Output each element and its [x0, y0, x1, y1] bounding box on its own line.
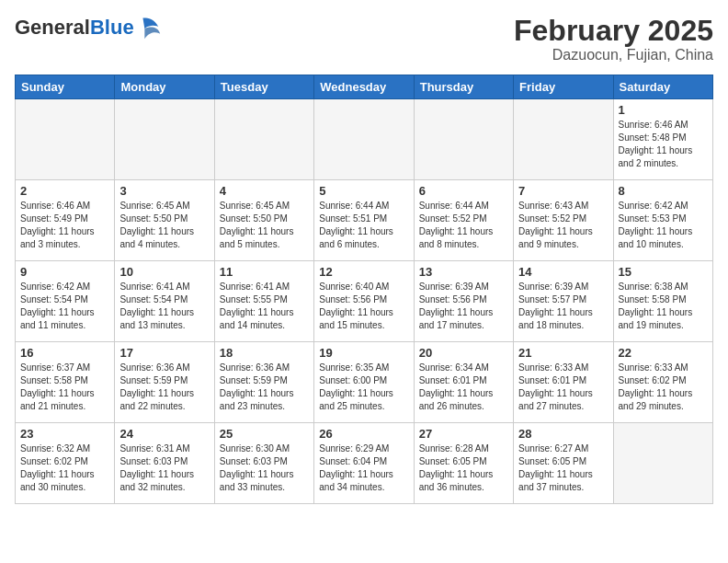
day-info: Sunrise: 6:36 AM Sunset: 5:59 PM Dayligh…: [220, 362, 309, 413]
calendar-cell: 17Sunrise: 6:36 AM Sunset: 5:59 PM Dayli…: [115, 342, 214, 423]
page-header: GeneralBlue February 2025 Dazuocun, Fuji…: [15, 15, 713, 63]
calendar-cell: [414, 99, 513, 180]
calendar-cell: 13Sunrise: 6:39 AM Sunset: 5:56 PM Dayli…: [414, 261, 513, 342]
day-info: Sunrise: 6:27 AM Sunset: 6:05 PM Dayligh…: [518, 442, 608, 494]
day-info: Sunrise: 6:46 AM Sunset: 5:49 PM Dayligh…: [20, 200, 109, 251]
calendar-cell: 25Sunrise: 6:30 AM Sunset: 6:03 PM Dayli…: [214, 423, 313, 504]
day-number: 8: [619, 184, 708, 198]
calendar-header-row: SundayMondayTuesdayWednesdayThursdayFrid…: [16, 75, 713, 99]
logo: GeneralBlue: [15, 15, 162, 40]
day-info: Sunrise: 6:38 AM Sunset: 5:58 PM Dayligh…: [619, 281, 708, 332]
day-info: Sunrise: 6:41 AM Sunset: 5:55 PM Dayligh…: [220, 281, 309, 332]
calendar-cell: [314, 99, 414, 180]
day-info: Sunrise: 6:30 AM Sunset: 6:03 PM Dayligh…: [220, 442, 309, 494]
calendar-cell: [115, 99, 214, 180]
day-number: 18: [220, 346, 309, 360]
day-number: 27: [419, 427, 508, 441]
week-row-5: 23Sunrise: 6:32 AM Sunset: 6:02 PM Dayli…: [16, 423, 713, 504]
logo-general-text: General: [15, 16, 90, 39]
calendar-cell: 24Sunrise: 6:31 AM Sunset: 6:03 PM Dayli…: [115, 423, 214, 504]
day-number: 20: [419, 346, 508, 360]
day-number: 17: [119, 346, 209, 360]
calendar-cell: 2Sunrise: 6:46 AM Sunset: 5:49 PM Daylig…: [16, 180, 115, 261]
day-number: 16: [20, 346, 109, 360]
day-info: Sunrise: 6:39 AM Sunset: 5:57 PM Dayligh…: [518, 281, 608, 332]
calendar-cell: 12Sunrise: 6:40 AM Sunset: 5:56 PM Dayli…: [314, 261, 414, 342]
day-number: 23: [20, 427, 109, 441]
day-number: 11: [220, 265, 309, 279]
day-number: 25: [220, 427, 309, 441]
calendar-cell: 3Sunrise: 6:45 AM Sunset: 5:50 PM Daylig…: [115, 180, 214, 261]
location-subtitle: Dazuocun, Fujian, China: [514, 47, 713, 63]
calendar-cell: [514, 99, 613, 180]
calendar-cell: 22Sunrise: 6:33 AM Sunset: 6:02 PM Dayli…: [613, 342, 712, 423]
col-header-saturday: Saturday: [613, 75, 712, 99]
col-header-sunday: Sunday: [16, 75, 115, 99]
calendar-cell: [613, 423, 712, 504]
col-header-monday: Monday: [115, 75, 214, 99]
day-info: Sunrise: 6:36 AM Sunset: 5:59 PM Dayligh…: [119, 362, 209, 413]
day-number: 2: [20, 184, 109, 198]
day-info: Sunrise: 6:35 AM Sunset: 6:00 PM Dayligh…: [319, 362, 408, 413]
day-info: Sunrise: 6:33 AM Sunset: 6:02 PM Dayligh…: [619, 362, 708, 413]
calendar-cell: 7Sunrise: 6:43 AM Sunset: 5:52 PM Daylig…: [514, 180, 613, 261]
month-title: February 2025: [514, 15, 713, 47]
day-info: Sunrise: 6:33 AM Sunset: 6:01 PM Dayligh…: [518, 362, 608, 413]
logo-blue-text: Blue: [90, 16, 134, 39]
day-number: 21: [518, 346, 608, 360]
day-info: Sunrise: 6:40 AM Sunset: 5:56 PM Dayligh…: [319, 281, 408, 332]
week-row-3: 9Sunrise: 6:42 AM Sunset: 5:54 PM Daylig…: [16, 261, 713, 342]
day-info: Sunrise: 6:31 AM Sunset: 6:03 PM Dayligh…: [119, 442, 209, 494]
col-header-friday: Friday: [514, 75, 613, 99]
day-info: Sunrise: 6:34 AM Sunset: 6:01 PM Dayligh…: [419, 362, 508, 413]
day-number: 5: [319, 184, 408, 198]
day-info: Sunrise: 6:44 AM Sunset: 5:52 PM Dayligh…: [419, 200, 508, 251]
day-number: 6: [419, 184, 508, 198]
week-row-1: 1Sunrise: 6:46 AM Sunset: 5:48 PM Daylig…: [16, 99, 713, 180]
calendar-cell: 5Sunrise: 6:44 AM Sunset: 5:51 PM Daylig…: [314, 180, 414, 261]
calendar-cell: 21Sunrise: 6:33 AM Sunset: 6:01 PM Dayli…: [514, 342, 613, 423]
day-info: Sunrise: 6:45 AM Sunset: 5:50 PM Dayligh…: [220, 200, 309, 251]
calendar-cell: 10Sunrise: 6:41 AM Sunset: 5:54 PM Dayli…: [115, 261, 214, 342]
calendar-cell: 27Sunrise: 6:28 AM Sunset: 6:05 PM Dayli…: [414, 423, 513, 504]
day-number: 3: [119, 184, 209, 198]
day-info: Sunrise: 6:28 AM Sunset: 6:05 PM Dayligh…: [419, 442, 508, 494]
calendar-cell: 9Sunrise: 6:42 AM Sunset: 5:54 PM Daylig…: [16, 261, 115, 342]
day-number: 10: [119, 265, 209, 279]
day-info: Sunrise: 6:39 AM Sunset: 5:56 PM Dayligh…: [419, 281, 508, 332]
calendar-cell: 6Sunrise: 6:44 AM Sunset: 5:52 PM Daylig…: [414, 180, 513, 261]
day-info: Sunrise: 6:42 AM Sunset: 5:54 PM Dayligh…: [20, 281, 109, 332]
calendar-cell: 20Sunrise: 6:34 AM Sunset: 6:01 PM Dayli…: [414, 342, 513, 423]
day-number: 7: [518, 184, 608, 198]
day-info: Sunrise: 6:44 AM Sunset: 5:51 PM Dayligh…: [319, 200, 408, 251]
day-info: Sunrise: 6:37 AM Sunset: 5:58 PM Dayligh…: [20, 362, 109, 413]
calendar-cell: 19Sunrise: 6:35 AM Sunset: 6:00 PM Dayli…: [314, 342, 414, 423]
day-number: 15: [619, 265, 708, 279]
day-number: 1: [619, 103, 708, 117]
day-number: 22: [619, 346, 708, 360]
week-row-4: 16Sunrise: 6:37 AM Sunset: 5:58 PM Dayli…: [16, 342, 713, 423]
day-number: 13: [419, 265, 508, 279]
calendar-cell: 4Sunrise: 6:45 AM Sunset: 5:50 PM Daylig…: [214, 180, 313, 261]
calendar-cell: 11Sunrise: 6:41 AM Sunset: 5:55 PM Dayli…: [214, 261, 313, 342]
day-info: Sunrise: 6:41 AM Sunset: 5:54 PM Dayligh…: [119, 281, 209, 332]
calendar-cell: 26Sunrise: 6:29 AM Sunset: 6:04 PM Dayli…: [314, 423, 414, 504]
day-info: Sunrise: 6:29 AM Sunset: 6:04 PM Dayligh…: [319, 442, 408, 494]
day-number: 9: [20, 265, 109, 279]
col-header-tuesday: Tuesday: [214, 75, 313, 99]
day-number: 28: [518, 427, 608, 441]
col-header-wednesday: Wednesday: [314, 75, 414, 99]
day-number: 4: [220, 184, 309, 198]
day-number: 14: [518, 265, 608, 279]
day-info: Sunrise: 6:42 AM Sunset: 5:53 PM Dayligh…: [619, 200, 708, 251]
calendar-cell: 1Sunrise: 6:46 AM Sunset: 5:48 PM Daylig…: [613, 99, 712, 180]
day-number: 26: [319, 427, 408, 441]
day-info: Sunrise: 6:32 AM Sunset: 6:02 PM Dayligh…: [20, 442, 109, 494]
week-row-2: 2Sunrise: 6:46 AM Sunset: 5:49 PM Daylig…: [16, 180, 713, 261]
calendar-cell: 16Sunrise: 6:37 AM Sunset: 5:58 PM Dayli…: [16, 342, 115, 423]
logo-icon: [136, 15, 162, 40]
calendar-cell: [214, 99, 313, 180]
calendar-cell: [16, 99, 115, 180]
calendar-cell: 8Sunrise: 6:42 AM Sunset: 5:53 PM Daylig…: [613, 180, 712, 261]
calendar-cell: 28Sunrise: 6:27 AM Sunset: 6:05 PM Dayli…: [514, 423, 613, 504]
